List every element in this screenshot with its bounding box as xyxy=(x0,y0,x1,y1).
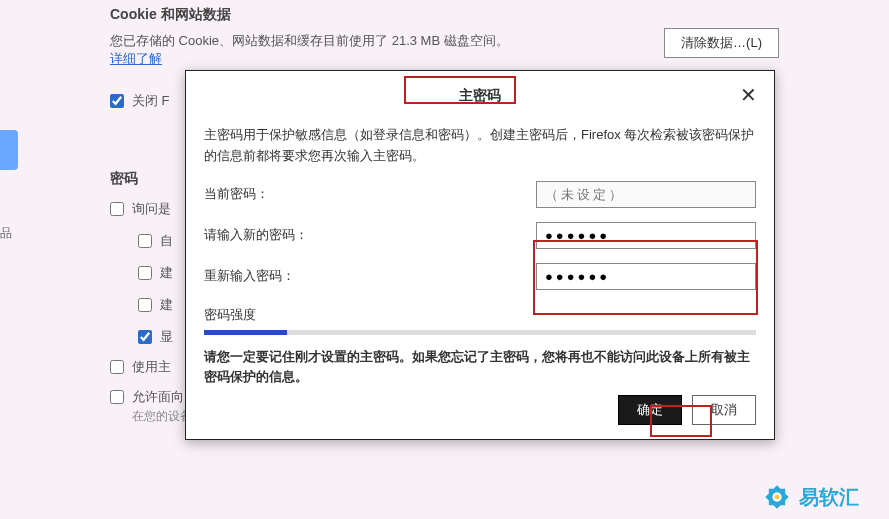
watermark: 易软汇 xyxy=(763,483,859,511)
dialog-description: 主密码用于保护敏感信息（如登录信息和密码）。创建主密码后，Firefox 每次检… xyxy=(204,125,756,167)
strength-fill xyxy=(204,330,287,335)
confirm-password-label: 重新输入密码： xyxy=(204,267,344,285)
new-password-input[interactable] xyxy=(536,222,756,249)
confirm-password-input[interactable] xyxy=(536,263,756,290)
suggest-label: 建 xyxy=(160,264,173,282)
cookies-desc: 您已存储的 Cookie、网站数据和缓存目前使用了 21.3 MB 磁盘空间。 xyxy=(110,33,509,48)
ok-button[interactable]: 确定 xyxy=(618,395,682,425)
ask-save-checkbox[interactable] xyxy=(110,202,124,216)
suggest2-checkbox[interactable] xyxy=(138,298,152,312)
sidebar-text: 品 xyxy=(0,225,12,242)
master-password-dialog: 主密码 ✕ 主密码用于保护敏感信息（如登录信息和密码）。创建主密码后，Firef… xyxy=(185,70,775,440)
close-icon[interactable]: ✕ xyxy=(736,83,760,107)
dialog-warning: 请您一定要记住刚才设置的主密码。如果您忘记了主密码，您将再也不能访问此设备上所有… xyxy=(204,347,756,387)
autofill-label: 自 xyxy=(160,232,173,250)
new-password-label: 请输入新的密码： xyxy=(204,226,344,244)
show-label: 显 xyxy=(160,328,173,346)
strength-label: 密码强度 xyxy=(204,307,256,322)
dialog-title: 主密码 xyxy=(447,83,513,109)
use-master-checkbox[interactable] xyxy=(110,360,124,374)
current-password-label: 当前密码： xyxy=(204,185,344,203)
strength-bar xyxy=(204,330,756,335)
cookies-heading: Cookie 和网站数据 xyxy=(110,6,789,24)
watermark-text: 易软汇 xyxy=(799,484,859,511)
sidebar-slice xyxy=(0,130,18,170)
suggest2-label: 建 xyxy=(160,296,173,314)
clear-data-button[interactable]: 清除数据…(L) xyxy=(664,28,779,58)
svg-point-1 xyxy=(775,495,780,500)
close-firefox-label: 关闭 F xyxy=(132,92,170,110)
use-master-label: 使用主 xyxy=(132,358,171,376)
suggest-checkbox[interactable] xyxy=(138,266,152,280)
cancel-button[interactable]: 取消 xyxy=(692,395,756,425)
autofill-checkbox[interactable] xyxy=(138,234,152,248)
ask-save-label: 询问是 xyxy=(132,200,171,218)
watermark-icon xyxy=(763,483,791,511)
close-firefox-checkbox[interactable] xyxy=(110,94,124,108)
cookies-learn-more-link[interactable]: 详细了解 xyxy=(110,51,162,66)
show-checkbox[interactable] xyxy=(138,330,152,344)
ms-login-checkbox[interactable] xyxy=(110,390,124,404)
current-password-input xyxy=(536,181,756,208)
